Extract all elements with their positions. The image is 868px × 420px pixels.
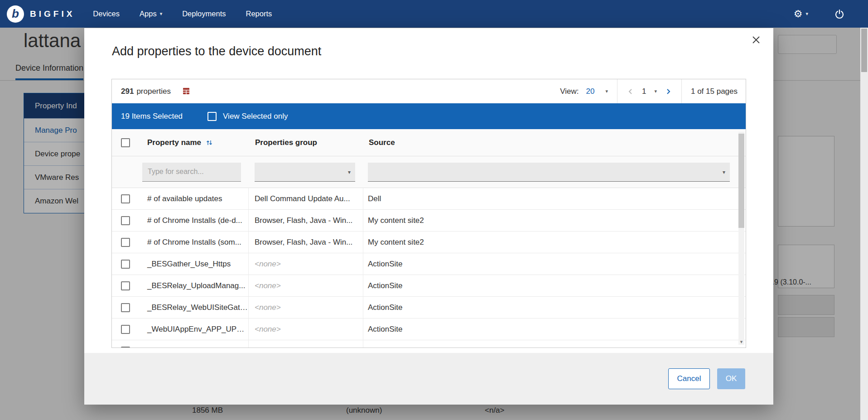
- cell-property-name: _BESGather_Use_Https: [139, 253, 249, 275]
- row-checkbox[interactable]: [121, 325, 130, 334]
- bigfix-logo-icon: b: [7, 5, 24, 23]
- chevron-down-icon: ▾: [654, 88, 657, 94]
- cell-source: ActionSite: [363, 319, 746, 340]
- dialog-footer: Cancel OK: [84, 353, 773, 405]
- add-properties-dialog: Add properties to the device document 29…: [84, 28, 773, 405]
- table-row[interactable]: _BESGather_Use_Https <none> ActionSite: [112, 253, 746, 275]
- cell-properties-group: <none>: [249, 275, 363, 296]
- chevron-down-icon: ▾: [723, 169, 725, 175]
- previous-page-button[interactable]: [626, 87, 636, 97]
- ok-button[interactable]: OK: [717, 368, 745, 389]
- cell-source: ActionSite: [363, 253, 746, 275]
- nav-devices[interactable]: Devices: [93, 10, 120, 18]
- page-size-select[interactable]: 20 ▾: [586, 87, 608, 96]
- next-page-button[interactable]: [663, 87, 673, 97]
- selection-bar: 19 Items Selected View Selected only: [112, 103, 746, 129]
- cell-properties-group: <none>: [249, 297, 363, 318]
- nav-apps[interactable]: Apps ▾: [140, 10, 162, 18]
- bigfix-logo[interactable]: b BIGFIX: [7, 5, 75, 23]
- table-header: Property name Properties group Source: [112, 129, 746, 156]
- page-size-value: 20: [586, 87, 595, 96]
- gear-icon: ⚙: [794, 9, 803, 19]
- cell-source: [363, 340, 746, 348]
- cell-properties-group: <none>: [249, 319, 363, 340]
- nav-right-controls: ⚙ ▾: [794, 9, 844, 19]
- sort-icon[interactable]: [206, 139, 213, 146]
- column-property-name: Property name: [147, 138, 201, 147]
- page-number-value: 1: [642, 87, 646, 96]
- close-icon[interactable]: [752, 35, 761, 44]
- window-scrollbar[interactable]: [860, 28, 868, 420]
- cancel-button[interactable]: Cancel: [668, 368, 710, 389]
- cell-properties-group: Dell Command Update Au...: [249, 188, 363, 209]
- chevron-right-icon: [665, 88, 671, 95]
- select-all-checkbox[interactable]: [121, 138, 130, 147]
- selected-count: 19 Items Selected: [121, 112, 183, 121]
- row-checkbox[interactable]: [121, 216, 130, 225]
- table-row[interactable]: # of Chrome Installs (som... Browser, Fl…: [112, 232, 746, 253]
- nav-reports[interactable]: Reports: [246, 10, 272, 18]
- column-source: Source: [363, 138, 746, 147]
- scroll-down-arrow-icon[interactable]: ▾: [738, 339, 744, 345]
- grid-toolbar: 291 properties View: 20 ▾: [112, 79, 746, 103]
- chevron-left-icon: [627, 88, 634, 95]
- chevron-down-icon: ▾: [805, 11, 808, 17]
- pager: 1 ▾: [617, 79, 682, 103]
- cell-property-name: _BESRelay_UploadManag...: [139, 275, 249, 296]
- cell-property-name: [139, 340, 249, 348]
- window-scrollbar-thumb[interactable]: [861, 29, 867, 72]
- row-checkbox[interactable]: [121, 281, 130, 290]
- cell-properties-group: <none>: [249, 253, 363, 275]
- source-filter-select[interactable]: ▾: [368, 163, 730, 182]
- table-row[interactable]: # of available updates Dell Command Upda…: [112, 188, 746, 210]
- row-checkbox[interactable]: [121, 347, 130, 348]
- row-checkbox[interactable]: [121, 194, 130, 203]
- nav-deployments[interactable]: Deployments: [182, 10, 226, 18]
- row-checkbox[interactable]: [121, 238, 130, 247]
- top-navigation: b BIGFIX Devices Apps ▾ Deployments Repo…: [0, 0, 868, 28]
- cell-property-name: _WebUIAppEnv_APP_UPD...: [139, 319, 249, 340]
- table-row[interactable]: _WebUIAppEnv_APP_UPD... <none> ActionSit…: [112, 319, 746, 340]
- page-info: 1 of 15 pages: [682, 87, 746, 96]
- row-checkbox[interactable]: [121, 303, 130, 312]
- cell-properties-group: [249, 340, 363, 348]
- nav-apps-label: Apps: [140, 10, 157, 18]
- nav-menu: Devices Apps ▾ Deployments Reports: [93, 10, 292, 18]
- view-selected-label: View Selected only: [223, 112, 288, 121]
- cell-property-name: _BESRelay_WebUISiteGath...: [139, 297, 249, 318]
- column-properties-group: Properties group: [249, 138, 363, 147]
- chevron-down-icon: ▾: [605, 88, 608, 94]
- chevron-down-icon: ▾: [348, 169, 351, 175]
- dialog-title: Add properties to the device document: [112, 44, 321, 58]
- view-selected-checkbox[interactable]: [207, 112, 217, 121]
- cell-property-name: # of available updates: [139, 188, 249, 209]
- power-button[interactable]: [834, 9, 844, 19]
- property-count: 291: [121, 87, 134, 96]
- table-body: # of available updates Dell Command Upda…: [112, 188, 746, 348]
- settings-menu[interactable]: ⚙ ▾: [794, 9, 808, 19]
- table-scrollbar[interactable]: ▾: [738, 132, 744, 345]
- cell-property-name: # of Chrome Installs (de-d...: [139, 210, 249, 231]
- cell-source: ActionSite: [363, 275, 746, 296]
- page-number-select[interactable]: 1 ▾: [642, 87, 657, 96]
- cell-source: Dell: [363, 188, 746, 209]
- group-filter-select[interactable]: ▾: [255, 163, 355, 182]
- table-icon[interactable]: [183, 87, 191, 95]
- chevron-down-icon: ▾: [160, 11, 163, 17]
- table-row[interactable]: _BESRelay_WebUISiteGath... <none> Action…: [112, 297, 746, 319]
- filter-row: ▾ ▾: [112, 156, 746, 188]
- property-count-label: properties: [136, 87, 171, 96]
- cell-properties-group: Browser, Flash, Java - Win...: [249, 232, 363, 253]
- brand-name: BIGFIX: [30, 9, 75, 19]
- cell-source: My content site2: [363, 232, 746, 253]
- search-input[interactable]: [142, 163, 241, 182]
- cell-source: My content site2: [363, 210, 746, 231]
- pagination-controls: View: 20 ▾ 1 ▾ 1 of: [560, 79, 746, 103]
- table-row-partial[interactable]: [112, 340, 746, 348]
- row-checkbox[interactable]: [121, 260, 130, 269]
- table-row[interactable]: # of Chrome Installs (de-d... Browser, F…: [112, 210, 746, 232]
- cell-source: ActionSite: [363, 297, 746, 318]
- table-scrollbar-thumb[interactable]: [738, 134, 744, 228]
- power-icon: [834, 9, 844, 19]
- table-row[interactable]: _BESRelay_UploadManag... <none> ActionSi…: [112, 275, 746, 297]
